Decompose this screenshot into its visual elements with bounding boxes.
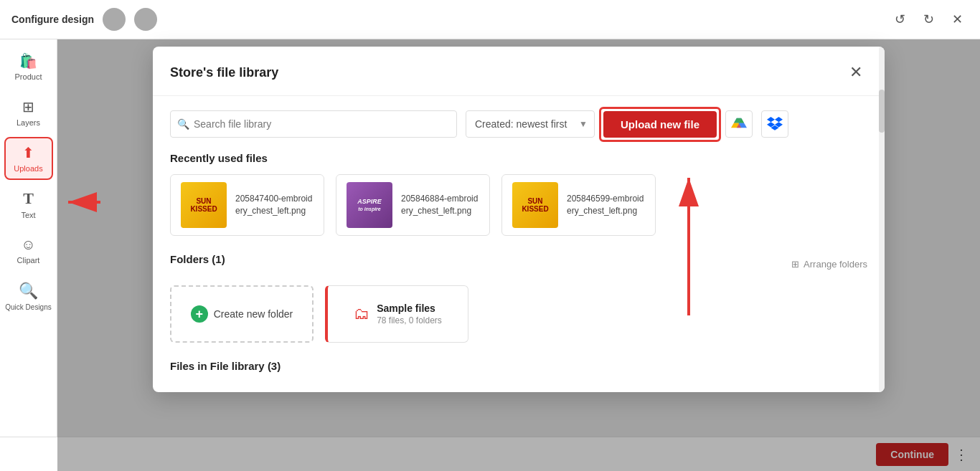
text-icon: T (23, 189, 34, 208)
google-drive-icon (731, 116, 747, 132)
product-icon: 🛍️ (19, 52, 37, 70)
file-thumbnail-1: SUNKISSED (181, 182, 227, 228)
arrange-folders-button[interactable]: ⊞ Arrange folders (791, 259, 867, 270)
dropbox-button[interactable] (761, 110, 788, 138)
sidebar-item-layers[interactable]: ⊞ Layers (4, 91, 53, 134)
sort-select[interactable]: Created: newest first Created: oldest fi… (466, 110, 595, 138)
avatar (103, 8, 126, 31)
sidebar-item-label-quick-designs: Quick Designs (5, 303, 51, 311)
left-sidebar: 🛍️ Product ⊞ Layers ⬆ Uploads T Text ☺ C… (0, 39, 57, 471)
sidebar-item-clipart[interactable]: ☺ Clipart (4, 229, 53, 272)
file-card-1[interactable]: SUNKISSED 205847400-embroidery_chest_lef… (170, 174, 324, 236)
avatar-2 (134, 8, 157, 31)
dropbox-icon (767, 116, 783, 132)
modal-close-button[interactable]: ✕ (844, 61, 867, 84)
arrange-folders-label: Arrange folders (804, 259, 867, 270)
create-folder-plus-icon: + (191, 305, 208, 323)
modal-title: Store's file library (170, 65, 278, 80)
folders-header: Folders (1) (170, 253, 225, 265)
clipart-icon: ☺ (21, 237, 35, 253)
file-name-2: 205846884-embroidery_chest_left.png (401, 193, 479, 217)
app-title: Configure design (11, 14, 94, 25)
controls-row: 🔍 Created: newest first Created: oldest … (170, 110, 867, 138)
quick-designs-icon: 🔍 (19, 282, 38, 300)
sidebar-item-product[interactable]: 🛍️ Product (4, 45, 53, 88)
sidebar-item-text[interactable]: T Text (4, 183, 53, 226)
sidebar-item-label-uploads: Uploads (14, 164, 42, 173)
sidebar-item-uploads[interactable]: ⬆ Uploads (4, 137, 53, 180)
file-thumbnail-3: SUNKISSED (512, 182, 558, 228)
file-library-modal: Store's file library ✕ 🔍 Created: newest… (153, 47, 885, 392)
file-card-3[interactable]: SUNKISSED 205846599-embroidery_chest_lef… (501, 174, 656, 236)
recently-used-header: Recently used files (170, 152, 867, 164)
modal-body: 🔍 Created: newest first Created: oldest … (153, 96, 885, 392)
folders-grid: + Create new folder 🗂 Sample files 78 fi… (170, 285, 867, 343)
top-bar-actions: ↺ ↻ ✕ (888, 8, 969, 31)
top-bar: Configure design ↺ ↻ ✕ (0, 0, 980, 39)
folder-icon: 🗂 (354, 305, 369, 323)
sidebar-item-label-product: Product (15, 72, 42, 81)
create-folder-card[interactable]: + Create new folder (170, 285, 314, 343)
file-name-3: 205846599-embroidery_chest_left.png (567, 193, 645, 217)
sidebar-item-label-layers: Layers (17, 118, 40, 127)
modal-scrollbar[interactable] (879, 47, 885, 392)
arrange-folders-icon: ⊞ (791, 259, 799, 270)
sort-wrap: Created: newest first Created: oldest fi… (466, 110, 595, 138)
modal-overlay: Store's file library ✕ 🔍 Created: newest… (57, 39, 980, 471)
file-name-1: 205847400-embroidery_chest_left.png (235, 193, 314, 217)
modal-header: Store's file library ✕ (153, 47, 885, 96)
search-icon: 🔍 (177, 118, 189, 130)
modal-scrollbar-thumb (879, 90, 885, 133)
folder-meta: 78 files, 0 folders (377, 315, 442, 325)
search-input[interactable] (170, 110, 457, 138)
upload-button-wrap: Upload new file (603, 111, 717, 138)
undo-button[interactable]: ↺ (888, 8, 911, 31)
sample-folder-card[interactable]: 🗂 Sample files 78 files, 0 folders (325, 285, 468, 343)
redo-button[interactable]: ↻ (917, 8, 940, 31)
folder-name: Sample files (377, 303, 442, 314)
folder-info: Sample files 78 files, 0 folders (377, 303, 442, 325)
recently-used-files-grid: SUNKISSED 205847400-embroidery_chest_lef… (170, 174, 867, 236)
close-app-button[interactable]: ✕ (946, 8, 969, 31)
file-thumbnail-2: ASPIREto inspire (347, 182, 392, 228)
sidebar-item-quick-designs[interactable]: 🔍 Quick Designs (4, 275, 53, 318)
folders-header-row: Folders (1) ⊞ Arrange folders (170, 253, 867, 275)
main-content: Store's file library ✕ 🔍 Created: newest… (57, 39, 980, 471)
search-input-wrap: 🔍 (170, 110, 457, 138)
create-folder-label: Create new folder (214, 308, 293, 320)
upload-new-file-button[interactable]: Upload new file (603, 111, 717, 138)
layers-icon: ⊞ (22, 98, 34, 115)
uploads-icon: ⬆ (22, 144, 34, 161)
google-drive-button[interactable] (725, 110, 753, 138)
files-library-header: Files in File library (3) (170, 360, 867, 372)
file-card-2[interactable]: ASPIREto inspire 205846884-embroidery_ch… (336, 174, 490, 236)
sidebar-item-label-text: Text (21, 211, 35, 219)
sidebar-item-label-clipart: Clipart (17, 256, 40, 265)
